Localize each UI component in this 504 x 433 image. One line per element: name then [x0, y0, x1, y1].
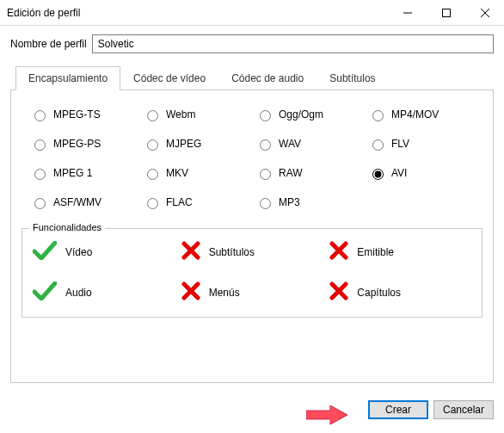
minimize-button[interactable] [388, 0, 427, 26]
profile-name-label: Nombre de perfil [10, 38, 87, 50]
format-radio[interactable] [372, 139, 384, 151]
format-radio[interactable] [260, 169, 271, 180]
feature-label: Subtítulos [209, 246, 255, 258]
format-option[interactable]: WAV [255, 137, 361, 151]
format-radio[interactable] [372, 110, 384, 121]
format-option[interactable]: MPEG 1 [30, 166, 136, 180]
tab-subtitles[interactable]: Subtítulos [317, 66, 388, 90]
feature-label: Audio [65, 287, 92, 299]
format-radio[interactable] [372, 169, 384, 180]
feature-item: Audio [33, 281, 175, 303]
format-option[interactable]: AVI [368, 166, 474, 180]
format-option[interactable]: ASF/WMV [30, 195, 136, 209]
cross-icon [329, 241, 348, 263]
feature-label: Menús [209, 287, 240, 299]
format-radio[interactable] [260, 110, 271, 121]
format-radio[interactable] [147, 139, 158, 151]
format-label: AVI [391, 167, 407, 179]
tab-audio-codec[interactable]: Códec de audio [218, 66, 317, 90]
tab-video-codec[interactable]: Códec de vídeo [120, 66, 218, 90]
format-radio[interactable] [34, 169, 46, 180]
format-radio[interactable] [260, 198, 271, 209]
format-option[interactable]: Webm [143, 108, 249, 121]
format-label: MP4/MOV [391, 108, 439, 121]
format-radio[interactable] [147, 198, 158, 209]
titlebar: Edición de perfil [0, 0, 504, 26]
format-label: MPEG-TS [53, 108, 101, 121]
format-label: MPEG-PS [53, 138, 101, 150]
cross-icon [181, 281, 200, 303]
close-button[interactable] [465, 0, 504, 26]
tab-strip: Encapsulamiento Códec de vídeo Códec de … [10, 65, 494, 90]
format-label: MP3 [279, 196, 300, 208]
feature-item: Subtítulos [181, 241, 323, 263]
svg-marker-12 [306, 405, 347, 424]
format-option[interactable]: MP3 [255, 195, 361, 209]
format-label: WAV [279, 138, 301, 150]
format-radio-group: MPEG-TSWebmOgg/OgmMP4/MOVMPEG-PSMJPEGWAV… [22, 108, 482, 209]
format-radio[interactable] [260, 139, 271, 151]
format-option[interactable]: MJPEG [143, 137, 249, 151]
format-radio[interactable] [34, 110, 46, 121]
feature-item: Emitible [329, 241, 471, 263]
cross-icon [181, 241, 200, 263]
format-option[interactable]: FLAC [143, 195, 249, 209]
tab-encapsulation[interactable]: Encapsulamiento [15, 66, 120, 90]
format-label: FLAC [166, 196, 193, 208]
cross-icon [329, 281, 348, 303]
format-label: MKV [166, 167, 188, 179]
format-radio[interactable] [147, 110, 158, 121]
maximize-button[interactable] [427, 0, 465, 26]
format-label: RAW [279, 167, 303, 179]
format-option[interactable]: FLV [368, 137, 474, 151]
check-icon [33, 281, 57, 303]
features-grid: VídeoSubtítulosEmitibleAudioMenúsCapítul… [33, 241, 471, 303]
feature-item: Menús [181, 281, 323, 303]
format-label: ASF/WMV [53, 196, 101, 208]
window-title: Edición de perfil [7, 7, 388, 19]
tab-panel: MPEG-TSWebmOgg/OgmMP4/MOVMPEG-PSMJPEGWAV… [10, 90, 494, 383]
feature-item: Vídeo [33, 241, 175, 263]
check-icon [33, 241, 57, 263]
annotation-arrow-icon [306, 404, 349, 426]
feature-label: Vídeo [65, 246, 92, 258]
format-radio[interactable] [34, 198, 46, 209]
format-option[interactable]: RAW [255, 166, 361, 180]
format-label: MPEG 1 [53, 167, 92, 179]
create-button[interactable]: Crear [368, 400, 428, 419]
svg-rect-1 [442, 9, 450, 16]
profile-name-input[interactable] [92, 34, 494, 53]
format-label: FLV [391, 138, 409, 150]
feature-item: Capítulos [329, 281, 471, 303]
format-radio[interactable] [34, 139, 46, 151]
format-option[interactable]: MPEG-TS [30, 108, 136, 121]
format-option[interactable]: MKV [143, 166, 249, 180]
format-option[interactable]: MPEG-PS [30, 137, 136, 151]
profile-name-row: Nombre de perfil [10, 34, 494, 53]
dialog-content: Nombre de perfil Encapsulamiento Códec d… [0, 26, 504, 383]
format-option[interactable]: Ogg/Ogm [255, 108, 361, 121]
features-box: Funcionalidades VídeoSubtítulosEmitibleA… [22, 228, 482, 318]
feature-label: Emitible [357, 246, 394, 258]
cancel-button[interactable]: Cancelar [433, 400, 494, 419]
features-title: Funcionalidades [29, 222, 105, 232]
format-label: MJPEG [166, 138, 201, 150]
format-option[interactable]: MP4/MOV [368, 108, 474, 121]
format-label: Ogg/Ogm [279, 108, 323, 121]
dialog-buttons: Crear Cancelar [358, 392, 504, 428]
format-label: Webm [166, 108, 195, 121]
feature-label: Capítulos [357, 287, 401, 299]
format-radio[interactable] [147, 169, 158, 180]
